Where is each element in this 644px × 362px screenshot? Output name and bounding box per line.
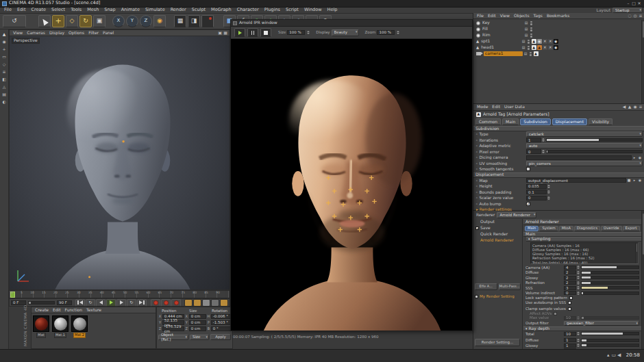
render-region-button[interactable]: ◨ [188,15,200,27]
ray-total-slider[interactable] [581,332,639,335]
position-z-field[interactable]: -176.529 cm [162,326,184,331]
object-row-selected[interactable]: camera1 ▤ ▲ [473,51,644,57]
timeline-ruler[interactable]: 051015202530354045505560657075808590 [9,290,230,298]
filter-menu-icon[interactable]: ≡ [638,13,643,18]
prev-frame-button[interactable] [96,299,106,307]
attribute-menu-item[interactable]: User Data [502,105,527,109]
object-picker-icon[interactable]: ▸ [632,155,637,160]
uvw-tag-icon[interactable]: ✕ [543,39,547,44]
key-rotation-toggle[interactable] [202,299,210,307]
menu-item[interactable]: Edit [14,8,29,12]
uv-smoothing-select[interactable]: pin_corners [526,161,643,166]
menu-item[interactable]: Select [49,8,68,12]
lock-pattern-checkbox[interactable] [569,296,573,300]
menu-item[interactable]: File [1,8,14,12]
disp-height-stepper[interactable] [547,185,550,188]
ipr-display-select[interactable]: Beauty [332,29,359,36]
render-settings-button[interactable] [201,15,214,27]
key-parameter-toggle[interactable] [211,299,219,307]
object-row[interactable]: ▲ spt1 ▤ ▲ ◉ ✕ ✕ ◉ [473,38,644,44]
ipr-zoom-field[interactable]: 100 % [377,30,395,35]
layer-icon[interactable]: ▤ [523,51,528,57]
tab-main[interactable]: Main [502,118,519,126]
coordinate-system-toggle[interactable]: ◉ [153,15,166,27]
multipass-button[interactable]: Multi-Pass... [499,283,521,290]
object-row[interactable]: ▲ head1 ▤ ▲ ▲ ✕ ✕ ◉ [473,44,644,51]
texture-tag-icon[interactable]: ◉ [554,39,558,44]
material-item[interactable]: Mat.2 [71,315,88,338]
last-tool-button[interactable]: ▣ [93,15,106,27]
visibility-dots[interactable] [528,40,530,44]
adaptive-metric-select[interactable]: auto [526,143,643,148]
auto-bump-checkbox[interactable] [526,202,530,206]
material-label[interactable]: Mat [36,333,45,338]
ray-diffuse-stepper[interactable] [577,339,580,342]
object-manager-scrollbar[interactable] [641,20,644,103]
viewport-maximize-icon[interactable]: ▣ [217,30,223,36]
nav-up-icon[interactable]: ▲ [627,105,632,110]
object-menu-item[interactable]: Objects [512,14,532,18]
menu-item[interactable]: Mesh [84,8,101,12]
palette-tool-icon[interactable]: ▭ [1,54,7,60]
next-frame-button[interactable] [116,299,126,307]
palette-tool-icon[interactable]: ◧ [1,77,7,82]
arnold-tag-icon[interactable]: ▲ [532,45,536,50]
nav-quick-render[interactable]: Quick Render [473,231,522,237]
key-position-toggle[interactable] [184,299,193,307]
object-menu-item[interactable]: Bookmarks [545,14,572,18]
diffuse-stepper[interactable] [577,271,580,274]
viewport-canvas[interactable]: Perspective [10,36,230,289]
visibility-dots[interactable] [528,46,530,50]
object-menu-item[interactable]: File [475,14,486,18]
refraction-slider[interactable] [581,281,639,285]
scalar-zero-stepper[interactable] [547,196,550,200]
object-row[interactable]: Rim ▤ [473,32,644,38]
camera-aa-slider[interactable] [581,266,639,269]
key-pla-toggle[interactable] [220,299,228,307]
layer-icon[interactable]: ▤ [523,33,529,38]
menu-item[interactable]: Snap [101,8,118,12]
move-tool[interactable]: + [52,15,64,27]
sss-slider[interactable] [581,286,639,289]
volume-indirect-slider[interactable] [581,292,639,295]
nav-arnold-renderer[interactable]: Arnold Renderer [473,237,522,244]
menu-item[interactable]: MoGraph [208,8,234,12]
tab-displacement[interactable]: Displacement [552,118,587,126]
tab-rs-export[interactable]: Export [623,226,640,231]
visibility-dots[interactable] [530,52,532,56]
viewport-menu-item[interactable]: Options [66,31,86,36]
glossy-field[interactable]: 2 [564,276,576,280]
undo-icon[interactable]: ↺ [3,15,26,27]
pixel-error-stepper[interactable] [542,150,545,153]
ipr-canvas[interactable] [231,39,472,331]
palette-tool-icon[interactable]: ◬ [1,84,7,90]
rotation-b-field[interactable]: 0 ° [211,326,231,331]
ray-total-stepper[interactable] [577,332,580,335]
nav-save[interactable]: Save [473,225,522,231]
maximize-icon[interactable]: □ [631,1,636,6]
visibility-dots[interactable] [530,27,532,31]
material-menu-item[interactable]: Edit [51,308,63,313]
apply-button[interactable]: Apply [210,334,231,340]
glossy-slider[interactable] [581,276,639,279]
ray-depth-header[interactable]: ▾Ray depth [523,326,641,331]
object-menu-item[interactable]: Edit [486,14,498,18]
ray-glossy-stepper[interactable] [577,344,580,347]
keyframe-selection-button[interactable] [171,299,181,307]
coord-size-select[interactable]: Size [190,335,209,340]
layer-icon[interactable]: ▤ [523,21,529,26]
viewport-label[interactable]: Perspective [12,38,40,44]
object-row[interactable]: Fill ▤ [473,26,644,32]
shader-picker-icon[interactable]: ▸ [632,178,637,183]
diffuse-field[interactable]: 2 [564,270,576,274]
tab-rs-system[interactable]: System [539,226,558,231]
tray-chevron-up-icon[interactable]: ▴ [606,353,611,359]
pixel-error-field[interactable]: 0 [526,149,541,154]
viewport-menu-item[interactable]: Filter [86,31,101,36]
nav-back-icon[interactable]: ◀ [621,105,627,110]
ipr-size-stepper[interactable] [307,31,310,34]
viewport-menu-item[interactable]: Display [47,31,66,36]
ipr-zoom-stepper[interactable] [397,31,399,34]
tab-rs-diagnostics[interactable]: Diagnostics [574,226,600,231]
size-x-field[interactable]: 0 cm [189,314,206,319]
